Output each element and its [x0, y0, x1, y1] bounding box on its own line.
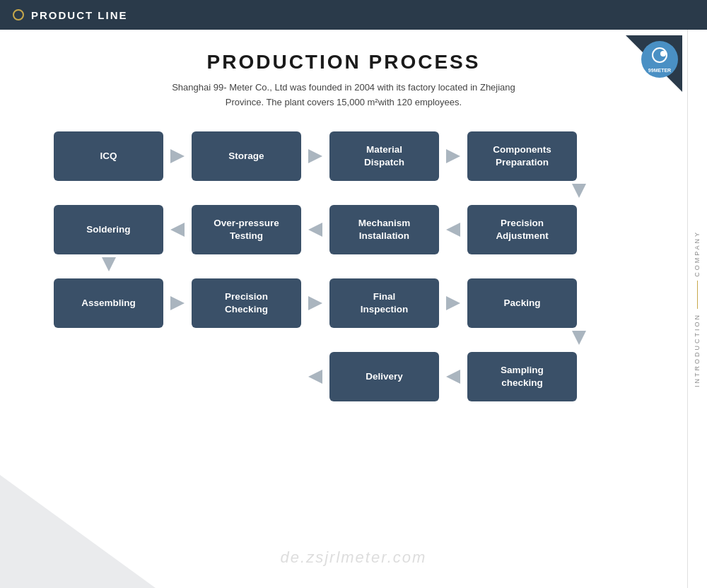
box-sampling-checking: Sampling checking — [467, 352, 577, 401]
arrow-down-icon-2 — [102, 257, 116, 271]
flow-row-4: Delivery Sampling checking — [54, 352, 633, 401]
arrow-right-3 — [439, 149, 467, 163]
header-bar: PRODUCT LINE — [0, 0, 707, 30]
svg-text:99METER: 99METER — [648, 68, 671, 73]
logo-circle: 99METER — [641, 41, 678, 78]
connector-row-3 — [54, 328, 633, 352]
page-subtitle: Shanghai 99- Meter Co., Ltd was founded … — [172, 81, 515, 110]
arrow-right-2 — [301, 149, 329, 163]
box-over-pressure: Over-pressure Testing — [192, 205, 301, 254]
arrow-down-packing — [524, 328, 633, 345]
sidebar-text1: COMPANY — [694, 230, 701, 277]
connector-row-2 — [54, 254, 633, 278]
flow-row-3: Assembling Precision Checking Final Insp… — [54, 278, 633, 328]
logo-text: 99METER — [642, 41, 677, 78]
arrow-left-sampling — [439, 370, 467, 384]
box-storage: Storage — [192, 131, 301, 181]
svg-point-2 — [660, 51, 666, 57]
box-precision-adjustment: Precision Adjustment — [467, 205, 577, 254]
sidebar-text2: INTRODUCTION — [694, 313, 701, 387]
box-components-preparation: Components Preparation — [467, 131, 577, 181]
box-delivery: Delivery — [329, 352, 439, 401]
box-packing: Packing — [467, 278, 577, 328]
box-mechanism-installation: Mechanism Installation — [329, 205, 439, 254]
process-diagram: ICQ Storage Material Dispatch Components… — [54, 131, 633, 401]
right-sidebar: COMPANY INTRODUCTION — [687, 30, 707, 588]
arrow-down-soldering — [54, 254, 163, 271]
arrow-left-3 — [439, 223, 467, 237]
box-final-inspection: Final Inspection — [329, 278, 439, 328]
sidebar-line — [697, 281, 698, 309]
arrow-left-2 — [301, 223, 329, 237]
box-assembling: Assembling — [54, 278, 163, 328]
box-soldering: Soldering — [54, 205, 163, 254]
arrow-right-6 — [439, 296, 467, 310]
flow-row-2: Soldering Over-pressure Testing Mechanis… — [54, 205, 633, 254]
empty-arrow-2 — [301, 370, 329, 384]
arrow-right-1 — [163, 149, 192, 163]
arrow-down-icon-3 — [572, 331, 586, 345]
arrow-right-4 — [163, 296, 192, 310]
main-content: PRODUCTION PROCESS Shanghai 99- Meter Co… — [0, 30, 687, 588]
flow-row-1: ICQ Storage Material Dispatch Components… — [54, 131, 633, 181]
watermark: de.zsjrlmeter.com — [281, 548, 427, 567]
box-precision-checking: Precision Checking — [192, 278, 301, 328]
arrow-down-components — [524, 181, 633, 198]
header-circle-icon — [13, 9, 24, 20]
arrow-left-1 — [163, 223, 192, 237]
page-title: PRODUCTION PROCESS — [207, 51, 481, 74]
box-icq: ICQ — [54, 131, 163, 181]
connector-row-1 — [54, 181, 633, 205]
arrow-right-5 — [301, 296, 329, 310]
header-title: PRODUCT LINE — [31, 9, 128, 21]
arrow-down-icon-1 — [572, 184, 586, 198]
box-material-dispatch: Material Dispatch — [329, 131, 439, 181]
